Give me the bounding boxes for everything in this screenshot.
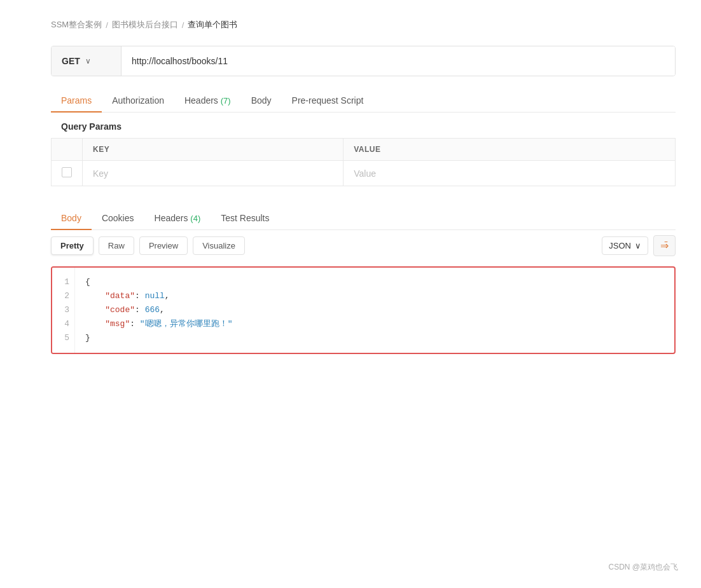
wrap-icon: ⇒̄ bbox=[660, 240, 669, 251]
query-params-title: Query Params bbox=[51, 113, 676, 138]
tab-body[interactable]: Body bbox=[241, 89, 282, 112]
wrap-button[interactable]: ⇒̄ bbox=[653, 235, 676, 256]
table-row: Key Value bbox=[52, 161, 676, 186]
params-table: KEY VALUE Key Value bbox=[51, 138, 676, 186]
breadcrumb-part1[interactable]: SSM整合案例 bbox=[51, 19, 102, 31]
json-chevron-icon: ∨ bbox=[635, 241, 641, 250]
preview-btn[interactable]: Preview bbox=[139, 236, 188, 255]
response-section: Body Cookies Headers (4) Test Results Pr… bbox=[51, 207, 676, 354]
pretty-btn[interactable]: Pretty bbox=[51, 236, 94, 255]
url-input[interactable] bbox=[121, 46, 675, 76]
code-container: 1 2 3 4 5 { "data": null, "code": 666, bbox=[51, 266, 676, 354]
tab-headers[interactable]: Headers (7) bbox=[174, 89, 241, 112]
code-line-3: "code": 666, bbox=[85, 303, 664, 317]
visualize-btn[interactable]: Visualize bbox=[193, 236, 245, 255]
watermark: CSDN @菜鸡也会飞 bbox=[608, 562, 678, 573]
breadcrumb-sep2: / bbox=[182, 20, 184, 30]
chevron-down-icon: ∨ bbox=[85, 57, 91, 65]
value-header: VALUE bbox=[344, 139, 676, 161]
json-format-selector[interactable]: JSON ∨ bbox=[602, 236, 648, 255]
row-checkbox[interactable] bbox=[52, 161, 83, 186]
checkbox-icon bbox=[62, 167, 72, 177]
tab-response-headers[interactable]: Headers (4) bbox=[144, 207, 211, 229]
code-line-4: "msg": "嗯嗯，异常你哪里跑！" bbox=[85, 317, 664, 331]
key-cell[interactable]: Key bbox=[83, 161, 344, 186]
tab-prerequest[interactable]: Pre-request Script bbox=[282, 89, 374, 112]
response-headers-badge: (4) bbox=[190, 214, 200, 223]
tab-params[interactable]: Params bbox=[51, 89, 102, 112]
code-line-1: { bbox=[85, 275, 664, 289]
breadcrumb-part2[interactable]: 图书模块后台接口 bbox=[112, 19, 178, 31]
key-header: KEY bbox=[83, 139, 344, 161]
raw-btn[interactable]: Raw bbox=[99, 236, 134, 255]
page-wrapper: SSM整合案例 / 图书模块后台接口 / 查询单个图书 GET ∨ Params… bbox=[0, 0, 701, 588]
headers-badge: (7) bbox=[221, 96, 231, 106]
tab-cookies[interactable]: Cookies bbox=[92, 207, 144, 229]
breadcrumb: SSM整合案例 / 图书模块后台接口 / 查询单个图书 bbox=[51, 19, 676, 31]
code-line-2: "data": null, bbox=[85, 289, 664, 303]
breadcrumb-part3[interactable]: 查询单个图书 bbox=[188, 19, 237, 31]
code-line-5: } bbox=[85, 331, 664, 345]
code-body: { "data": null, "code": 666, "msg": "嗯嗯，… bbox=[75, 268, 674, 353]
tab-authorization[interactable]: Authorization bbox=[102, 89, 174, 112]
value-cell[interactable]: Value bbox=[344, 161, 676, 186]
tab-test-results[interactable]: Test Results bbox=[211, 207, 279, 229]
line-numbers: 1 2 3 4 5 bbox=[52, 268, 75, 353]
breadcrumb-sep1: / bbox=[106, 20, 108, 30]
request-tabs: Params Authorization Headers (7) Body Pr… bbox=[51, 89, 676, 113]
method-label: GET bbox=[62, 56, 80, 66]
tab-response-body[interactable]: Body bbox=[51, 207, 92, 229]
checkbox-header-col bbox=[52, 139, 83, 161]
response-tabs: Body Cookies Headers (4) Test Results bbox=[51, 207, 676, 230]
method-selector[interactable]: GET ∨ bbox=[52, 46, 121, 76]
format-toolbar: Pretty Raw Preview Visualize JSON ∨ ⇒̄ bbox=[51, 230, 676, 261]
json-format-label: JSON bbox=[609, 241, 631, 250]
request-bar: GET ∨ bbox=[51, 46, 676, 76]
